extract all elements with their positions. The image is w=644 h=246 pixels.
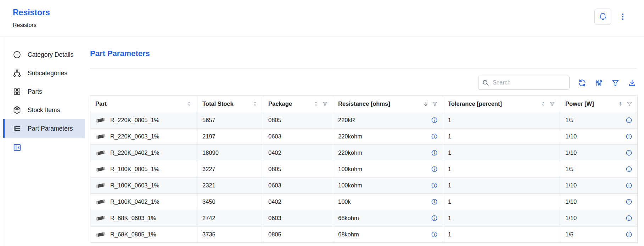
collapse-sidebar-button[interactable] [13, 143, 22, 152]
sidebar-item-parts[interactable]: Parts [3, 82, 85, 101]
filter-funnel-icon[interactable] [322, 101, 328, 107]
total_stock-value: 18090 [202, 149, 219, 156]
funnel-button[interactable] [611, 79, 620, 87]
cell-part: R_220K_0603_1% [90, 129, 197, 145]
info-icon[interactable] [431, 117, 438, 124]
info-icon[interactable] [626, 166, 632, 173]
info-icon[interactable] [626, 117, 632, 124]
breadcrumb[interactable]: Resistors [13, 22, 50, 28]
main-panel: Part Parameters [85, 37, 644, 246]
cell-package: 0805 [263, 161, 333, 177]
sort-icon [252, 101, 258, 107]
toolbar-buttons [578, 79, 636, 87]
info-icon[interactable] [431, 182, 438, 189]
collapse-sidebar-icon [13, 143, 22, 152]
info-icon[interactable] [626, 198, 632, 205]
filter-funnel-icon[interactable] [432, 101, 438, 107]
resistance-value: 220kohm [338, 149, 362, 156]
package-value: 0402 [268, 149, 281, 156]
sidebar-item-subcategories[interactable]: Subcategories [3, 64, 85, 82]
resistance-value: 100kohm [338, 182, 362, 189]
grid-icon [13, 87, 21, 96]
column-header-tolerance[interactable]: Tolerance [percent] [443, 96, 560, 112]
header-actions [594, 9, 628, 25]
info-icon[interactable] [626, 149, 632, 156]
resistor-chip-icon [95, 117, 106, 124]
info-icon[interactable] [431, 133, 438, 140]
cell-power: 1/5 [560, 161, 638, 177]
tolerance-value: 1 [448, 182, 451, 189]
tolerance-value: 1 [448, 117, 451, 124]
cell-package: 0402 [263, 145, 333, 161]
column-header-resistance[interactable]: Resistance [ohms] [333, 96, 443, 112]
cell-package: 0402 [263, 194, 333, 210]
cell-tolerance: 1 [443, 194, 560, 210]
total_stock-value: 2197 [202, 133, 215, 140]
part-value: R_68K_0805_1% [110, 231, 156, 238]
table-row[interactable]: R_220K_0402_1%180900402220kohm11/10 [90, 145, 638, 161]
section-title: Part Parameters [90, 49, 637, 58]
cell-tolerance: 1 [443, 210, 560, 226]
info-icon[interactable] [431, 166, 438, 173]
cell-resistance: 220kohm [333, 145, 443, 161]
sidebar: Category Details Subcategories Parts Sto… [3, 37, 85, 246]
info-icon[interactable] [431, 231, 438, 238]
cell-tolerance: 1 [443, 161, 560, 177]
part-value: R_100K_0603_1% [110, 182, 159, 189]
sliders-icon [595, 79, 603, 87]
tolerance-value: 1 [448, 215, 451, 222]
info-icon[interactable] [626, 231, 632, 238]
kebab-icon [618, 12, 627, 21]
info-icon[interactable] [626, 182, 632, 189]
table-row[interactable]: R_100K_0603_1%23210603100kohm11/10 [90, 177, 638, 194]
refresh-button[interactable] [578, 79, 586, 87]
column-header-part[interactable]: Part [90, 96, 197, 112]
part-parameters-table: PartTotal StockPackageResistance [ohms]T… [90, 95, 638, 243]
sidebar-item-label: Parts [28, 88, 42, 95]
app-header: Resistors Resistors [0, 0, 644, 37]
notifications-button[interactable] [594, 9, 611, 25]
overflow-menu-button[interactable] [618, 12, 628, 22]
filter-funnel-icon[interactable] [627, 101, 632, 107]
package-value: 0805 [268, 231, 281, 238]
table-header-row: PartTotal StockPackageResistance [ohms]T… [90, 96, 638, 112]
refresh-icon [578, 79, 586, 87]
info-icon[interactable] [626, 215, 632, 222]
column-header-power[interactable]: Power [W] [560, 96, 638, 112]
sidebar-item-stock-items[interactable]: Stock Items [3, 101, 85, 119]
table-row[interactable]: R_220K_0805_1%56570805220kR11/5 [90, 112, 638, 129]
column-label: Package [268, 100, 292, 107]
tolerance-value: 1 [448, 149, 451, 156]
info-icon[interactable] [431, 149, 438, 156]
divider [90, 68, 637, 69]
table-row[interactable]: R_68K_0603_1%2742060368kohm11/10 [90, 210, 638, 226]
sliders-button[interactable] [595, 79, 603, 87]
column-header-package[interactable]: Package [263, 96, 333, 112]
table-row[interactable]: R_220K_0603_1%21970603220kohm11/10 [90, 129, 638, 145]
info-icon[interactable] [626, 133, 632, 140]
cell-power: 1/10 [560, 194, 638, 210]
resistance-value: 100k [338, 198, 351, 205]
cell-package: 0805 [263, 112, 333, 129]
cell-total_stock: 2742 [197, 210, 263, 226]
sort-icon [186, 101, 192, 107]
table-row[interactable]: R_100K_0402_1%34500402100k11/10 [90, 194, 638, 210]
cell-resistance: 100kohm [333, 177, 443, 194]
table-row[interactable]: R_68K_0805_1%3735080568kohm11/5 [90, 226, 638, 243]
info-icon[interactable] [431, 215, 438, 222]
table-row[interactable]: R_100K_0805_1%32270805100kohm11/5 [90, 161, 638, 177]
info-icon[interactable] [431, 198, 438, 205]
sidebar-item-label: Part Parameters [28, 125, 73, 132]
column-header-total_stock[interactable]: Total Stock [197, 96, 263, 112]
search-input[interactable] [492, 79, 566, 86]
package-value: 0805 [268, 117, 281, 124]
sidebar-item-part-parameters[interactable]: Part Parameters [3, 119, 85, 138]
cell-total_stock: 18090 [197, 145, 263, 161]
cell-power: 1/5 [560, 226, 638, 243]
filter-funnel-icon[interactable] [549, 101, 555, 107]
page-title: Resistors [13, 8, 50, 17]
download-button[interactable] [628, 79, 636, 87]
cell-tolerance: 1 [443, 145, 560, 161]
sidebar-item-category-details[interactable]: Category Details [3, 45, 85, 64]
sidebar-items: Category Details Subcategories Parts Sto… [3, 45, 85, 138]
